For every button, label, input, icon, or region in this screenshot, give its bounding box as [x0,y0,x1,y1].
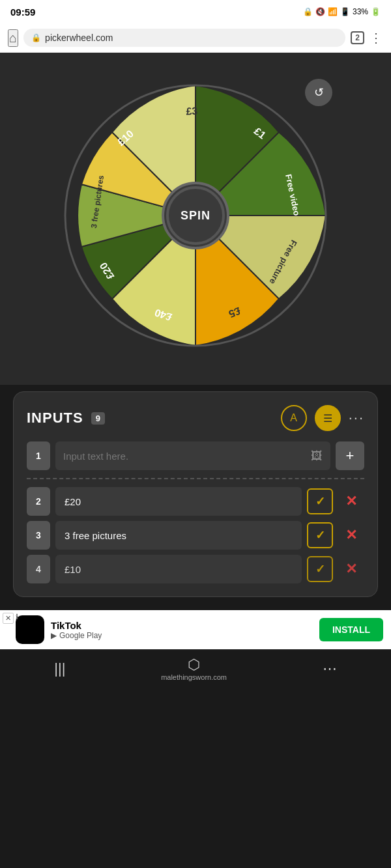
back-icon: ||| [54,660,65,677]
input-field-2[interactable] [55,487,302,516]
input-field-4[interactable] [55,555,302,583]
url-lock-icon: 🔒 [31,33,41,42]
tiktok-icon: ♪ [26,621,34,639]
bottom-url: malethingsworn.com [161,673,227,681]
ad-banner: ✕ ℹ ♪ TikTok ▶ Google Play INSTALL [0,610,391,649]
divider [27,478,364,479]
back-button[interactable]: ||| [41,658,78,680]
delete-icon-2: ✕ [345,493,357,510]
table-row: 2 ✓ ✕ [27,487,364,516]
check-icon-2: ✓ [315,494,325,509]
battery-text: 33% [353,7,368,16]
reset-button[interactable]: ↺ [305,79,332,106]
list-view-button[interactable]: ☰ [315,405,341,431]
spin-button[interactable]: SPIN [166,186,225,245]
input-field-1[interactable]: Input text here. 🖼 [55,441,330,470]
table-row: 4 ✓ ✕ [27,555,364,583]
check-button-2[interactable]: ✓ [307,488,333,514]
mute-icon: 🔇 [315,7,325,16]
bottom-nav: ||| ⬡ malethingsworn.com ⋯ [0,649,391,692]
delete-icon-4: ✕ [345,561,357,578]
font-style-button[interactable]: A [281,405,307,431]
reset-icon: ↺ [314,85,324,100]
input-placeholder: Input text here. [63,451,306,462]
delete-icon-3: ✕ [345,527,357,544]
ad-info-button[interactable]: ℹ [16,613,18,621]
status-bar: 09:59 🔒 🔇 📶 📱 33% 🔋 [0,0,391,23]
add-button[interactable]: + [336,441,364,470]
image-upload-icon: 🖼 [311,449,323,463]
inputs-count: 9 [91,412,105,425]
delete-button-3[interactable]: ✕ [338,522,364,548]
share-icon: ⬡ [161,656,227,673]
table-row: 3 ✓ ✕ [27,521,364,550]
lock-status-icon: 🔒 [303,7,313,16]
check-icon-3: ✓ [315,528,325,542]
ad-source-text: Google Play [59,631,102,640]
status-time: 09:59 [10,7,35,18]
row-1-number: 1 [27,441,50,470]
url-bar[interactable]: 🔒 pickerwheel.com [23,29,345,47]
ad-text-block: TikTok ▶ Google Play [51,620,313,640]
forward-icon: ⋯ [323,660,337,677]
status-icons: 🔒 🔇 📶 📱 33% 🔋 [303,7,381,16]
tiktok-logo: ♪ [16,615,44,644]
font-icon: A [290,412,297,424]
row-3-number: 3 [27,521,50,550]
forward-button[interactable]: ⋯ [310,658,350,680]
check-icon-4: ✓ [315,562,325,576]
inputs-header: INPUTS 9 A ☰ ··· [27,405,364,431]
ad-app-name: TikTok [51,620,313,631]
input-field-3[interactable] [55,521,302,550]
wheel-container: £40 £20 3 free pictures £10 £3 £1 Free v… [52,72,339,359]
plus-icon: + [346,447,355,464]
browser-bar: ⌂ 🔒 pickerwheel.com 2 ⋮ [0,23,391,53]
delete-button-2[interactable]: ✕ [338,488,364,514]
check-button-3[interactable]: ✓ [307,522,333,548]
delete-button-4[interactable]: ✕ [338,556,364,582]
battery-icon: 🔋 [371,7,381,16]
spin-label: SPIN [181,209,210,223]
row-2-number: 2 [27,487,50,516]
more-options-button[interactable]: ··· [349,410,364,427]
signal-icon: 📱 [340,7,350,16]
svg-text:£3: £3 [186,105,197,117]
ad-source: ▶ Google Play [51,631,313,640]
wheel-area: £40 £20 3 free pictures £10 £3 £1 Free v… [0,53,391,385]
tab-count[interactable]: 2 [351,31,364,44]
wifi-icon: 📶 [328,7,338,16]
list-icon: ☰ [323,412,332,425]
home-button[interactable]: ⌂ [8,29,18,47]
ellipsis-icon: ··· [349,410,364,426]
browser-menu-button[interactable]: ⋮ [369,30,383,46]
url-text: pickerwheel.com [45,33,338,43]
install-button[interactable]: INSTALL [319,618,383,641]
row-4-number: 4 [27,555,50,583]
ad-close-button[interactable]: ✕ [3,613,14,624]
google-play-icon: ▶ [51,631,57,640]
input-row-1: 1 Input text here. 🖼 + [27,441,364,470]
check-button-4[interactable]: ✓ [307,556,333,582]
inputs-panel: INPUTS 9 A ☰ ··· 1 Input text here. 🖼 + … [13,391,378,597]
inputs-title: INPUTS [27,410,83,427]
